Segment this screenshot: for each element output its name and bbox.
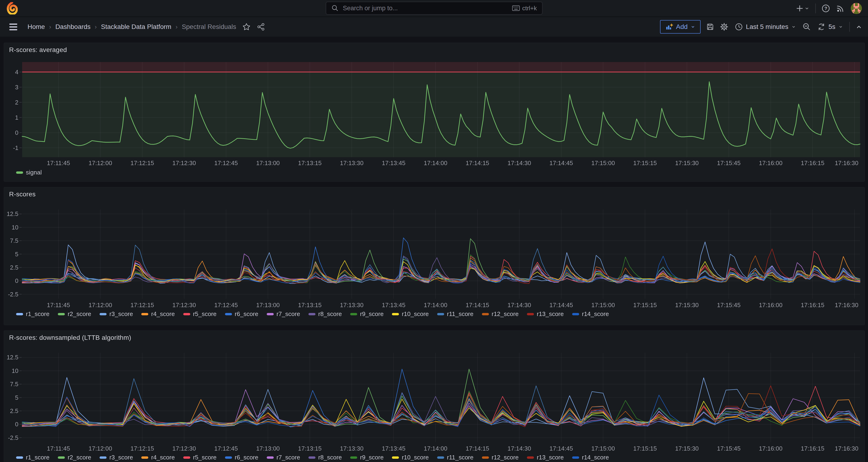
refresh-button[interactable]: 5s <box>816 23 844 31</box>
legend-item-r7_score[interactable]: r7_score <box>267 454 300 461</box>
y-axis-tick-label: 12.5 <box>4 354 19 361</box>
help-button[interactable]: ? <box>822 4 830 13</box>
legend-item-r4_score[interactable]: r4_score <box>141 310 175 318</box>
share-button[interactable] <box>257 23 265 31</box>
legend-item-r14_score[interactable]: r14_score <box>572 454 609 461</box>
y-axis-tick-label: 7.5 <box>4 237 19 244</box>
x-axis-tick-label: 17:15:30 <box>669 159 704 167</box>
legend-swatch <box>482 313 489 315</box>
legend-swatch <box>58 313 65 315</box>
legend-label: r13_score <box>537 310 564 318</box>
keyboard-icon <box>512 5 520 11</box>
legend-swatch <box>183 313 190 315</box>
x-axis-tick-label: 17:16:00 <box>753 302 788 309</box>
legend-label: signal <box>26 169 42 176</box>
legend-item-r10_score[interactable]: r10_score <box>392 454 429 461</box>
new-button[interactable] <box>795 4 810 13</box>
clock-icon <box>735 23 743 31</box>
legend-item-r2_score[interactable]: r2_score <box>58 454 91 461</box>
breadcrumb-home[interactable]: Home <box>28 23 45 31</box>
x-axis-tick-label: 17:12:15 <box>125 159 160 167</box>
legend-swatch <box>99 456 106 459</box>
legend-item-r1_score[interactable]: r1_score <box>16 454 50 461</box>
x-axis-tick-label: 17:16:30 <box>829 159 864 167</box>
legend-item-r14_score[interactable]: r14_score <box>572 310 609 318</box>
legend-swatch <box>527 456 534 459</box>
legend-item-r10_score[interactable]: r10_score <box>392 310 429 318</box>
add-panel-button[interactable]: Add <box>660 20 701 34</box>
panel-title[interactable]: R-scores <box>9 190 36 198</box>
chevron-up-icon <box>855 23 863 31</box>
legend-swatch <box>141 313 148 315</box>
breadcrumb-folder[interactable]: Stackable Data Platform <box>101 23 172 31</box>
avatar[interactable] <box>851 3 862 14</box>
legend-item-r8_score[interactable]: r8_score <box>308 454 342 461</box>
legend-item-r3_score[interactable]: r3_score <box>99 310 133 318</box>
legend-item-r13_score[interactable]: r13_score <box>527 454 564 461</box>
legend-item-r7_score[interactable]: r7_score <box>267 310 300 318</box>
x-axis-tick-label: 17:14:45 <box>544 159 579 167</box>
x-axis-tick-label: 17:12:30 <box>167 302 202 309</box>
zoom-out-button[interactable] <box>802 22 811 31</box>
legend-swatch <box>350 313 357 315</box>
legend-label: r5_score <box>193 310 217 318</box>
panel-title[interactable]: R-scores: downsampled (LTTB algorithm) <box>9 334 131 341</box>
legend-swatch <box>16 313 23 315</box>
legend-item-r4_score[interactable]: r4_score <box>141 454 175 461</box>
legend-label: r3_score <box>110 454 133 461</box>
legend-item-r2_score[interactable]: r2_score <box>58 310 91 318</box>
y-axis-tick-label: 2.5 <box>4 264 19 271</box>
legend-item-r5_score[interactable]: r5_score <box>183 310 217 318</box>
legend-swatch <box>267 313 274 315</box>
x-axis-tick-label: 17:11:45 <box>41 159 76 167</box>
legend-item-r12_score[interactable]: r12_score <box>482 454 519 461</box>
x-axis-tick-label: 17:14:00 <box>418 445 453 452</box>
legend-item-r9_score[interactable]: r9_score <box>350 310 383 318</box>
dashboard-settings-button[interactable] <box>720 22 728 31</box>
news-icon <box>836 4 845 13</box>
grafana-logo[interactable] <box>6 2 18 14</box>
legend-label: r9_score <box>360 310 383 318</box>
legend-swatch <box>308 313 315 315</box>
breadcrumb-dashboards[interactable]: Dashboards <box>55 23 90 31</box>
legend-item-r12_score[interactable]: r12_score <box>482 310 519 318</box>
toolbar-right: Add <box>660 17 863 37</box>
legend-item-r3_score[interactable]: r3_score <box>99 454 133 461</box>
legend-item-r11_score[interactable]: r11_score <box>437 454 473 461</box>
x-axis-tick-label: 17:13:00 <box>250 159 285 167</box>
x-axis-tick-label: 17:12:15 <box>125 302 160 309</box>
legend-label: r2_score <box>68 454 91 461</box>
x-axis-tick-label: 17:15:00 <box>586 159 621 167</box>
global-search: ctrl+k <box>326 2 542 15</box>
chevron-down-icon <box>838 24 843 29</box>
x-axis-tick-label: 17:15:15 <box>628 159 662 167</box>
legend-item-r9_score[interactable]: r9_score <box>350 454 383 461</box>
legend-item-r8_score[interactable]: r8_score <box>308 310 342 318</box>
save-dashboard-button[interactable] <box>706 22 715 31</box>
time-range-picker[interactable]: Last 5 minutes <box>734 23 797 31</box>
legend-swatch <box>482 456 489 459</box>
favorite-button[interactable] <box>242 23 251 31</box>
legend-swatch <box>99 313 106 315</box>
x-axis-tick-label: 17:11:45 <box>41 445 76 452</box>
chart-canvas[interactable] <box>4 331 865 462</box>
panel-title[interactable]: R-scores: averaged <box>9 46 67 54</box>
breadcrumb: Home › Dashboards › Stackable Data Platf… <box>28 23 236 31</box>
legend-item-r5_score[interactable]: r5_score <box>183 454 217 461</box>
legend-item-r6_score[interactable]: r6_score <box>225 310 258 318</box>
legend-item-r6_score[interactable]: r6_score <box>225 454 258 461</box>
legend-item-r1_score[interactable]: r1_score <box>16 310 50 318</box>
legend-item-signal[interactable]: signal <box>16 169 42 176</box>
search-input[interactable] <box>342 4 508 12</box>
x-axis-tick-label: 17:13:15 <box>292 159 327 167</box>
help-icon: ? <box>822 4 830 13</box>
menu-toggle-button[interactable] <box>8 23 19 31</box>
collapse-toolbar-button[interactable] <box>855 23 863 31</box>
news-button[interactable] <box>836 4 845 13</box>
x-axis-tick-label: 17:15:30 <box>669 445 704 452</box>
gear-icon <box>720 22 728 31</box>
legend-item-r13_score[interactable]: r13_score <box>527 310 564 318</box>
avatar-image <box>851 3 862 14</box>
legend-item-r11_score[interactable]: r11_score <box>437 310 473 318</box>
x-axis-tick-label: 17:15:15 <box>628 445 662 452</box>
